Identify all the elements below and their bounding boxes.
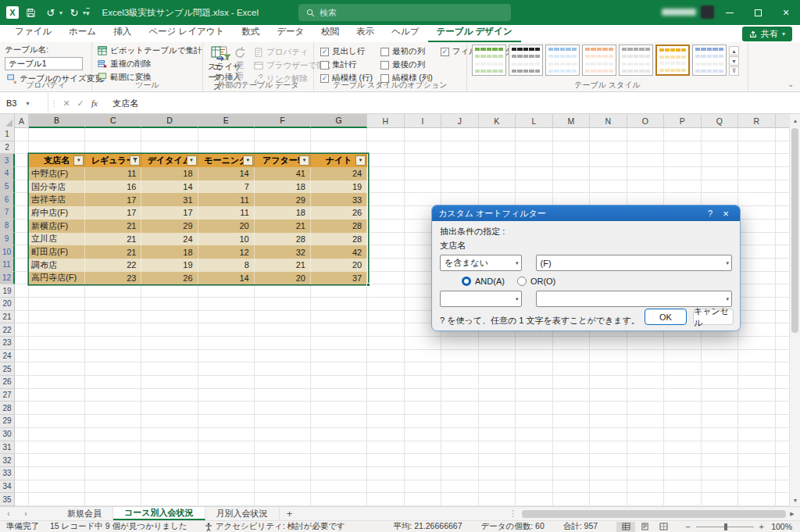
sheet-tab-月別入会状況[interactable]: 月別入会状況: [205, 507, 280, 520]
filter-dropdown-icon[interactable]: ▾: [187, 155, 197, 166]
gallery-more-icon[interactable]: ⊽: [729, 66, 739, 76]
table-style-dark[interactable]: [509, 45, 543, 76]
column-header-R[interactable]: R: [738, 114, 776, 128]
row-header-10[interactable]: 10: [0, 245, 15, 259]
tool-button-0[interactable]: ピボットテーブルで集計: [95, 45, 204, 57]
column-header-Q[interactable]: Q: [702, 114, 739, 128]
option-checkbox-見出し行[interactable]: ✓見出し行: [320, 46, 373, 57]
ribbon-tab-ファイル[interactable]: ファイル: [6, 23, 60, 42]
fill-handle[interactable]: [366, 283, 370, 287]
dialog-help-icon[interactable]: ?: [702, 209, 718, 218]
ribbon-tab-挿入[interactable]: 挿入: [105, 23, 140, 42]
zoom-in-icon[interactable]: +: [759, 522, 764, 531]
scroll-down-icon[interactable]: ▼: [790, 494, 800, 506]
normal-view-icon[interactable]: [616, 522, 635, 532]
page-layout-view-icon[interactable]: [635, 522, 654, 532]
column-header-G[interactable]: G: [311, 114, 367, 128]
table-row-国分寺店[interactable]: 国分寺店161471819: [29, 180, 368, 194]
dialog-close-icon[interactable]: ×: [718, 208, 734, 220]
tab-scroll-splitter[interactable]: ⋮: [508, 507, 519, 520]
column-header-B[interactable]: B: [29, 114, 85, 128]
row-header-23[interactable]: 23: [0, 337, 15, 350]
zoom-slider-thumb[interactable]: [724, 523, 727, 530]
status-average[interactable]: 平均: 21.26666667: [393, 521, 462, 532]
close-icon[interactable]: ×: [772, 0, 800, 25]
confirm-entry-icon[interactable]: ✓: [73, 98, 88, 109]
filter-dropdown-icon[interactable]: ▾: [73, 155, 84, 166]
column-header-F[interactable]: F: [255, 114, 311, 128]
vertical-scrollbar[interactable]: ▲ ▼: [789, 114, 800, 506]
table-style-gray[interactable]: [619, 45, 653, 76]
row-header-32[interactable]: 32: [0, 454, 15, 467]
status-ready[interactable]: 準備完了: [0, 521, 50, 532]
row-header-33[interactable]: 33: [0, 467, 15, 480]
column-header-E[interactable]: E: [198, 114, 255, 128]
minimize-icon[interactable]: [716, 0, 744, 25]
row-header-22[interactable]: 22: [0, 323, 15, 337]
data-table[interactable]: 支店名▾レギュラーデイタイム▾モーニング▾アフター5▾ナイト▾中野店(F)111…: [29, 154, 368, 284]
row-header-35[interactable]: 35: [0, 493, 15, 506]
row-header-7[interactable]: 7: [0, 206, 15, 220]
table-row-府中店(F)[interactable]: 府中店(F)1717111826: [29, 206, 368, 220]
table-style-orange[interactable]: [582, 45, 616, 76]
row-header-21[interactable]: 21: [0, 311, 15, 324]
filter-dropdown-icon[interactable]: ▾: [243, 155, 253, 166]
row-header-24[interactable]: 24: [0, 350, 15, 363]
row-header-34[interactable]: 34: [0, 480, 15, 494]
table-row-高円寺店(F)[interactable]: 高円寺店(F)2326142037: [29, 272, 368, 285]
row-header-1[interactable]: 1: [0, 128, 15, 141]
row-header-19[interactable]: 19: [0, 284, 15, 298]
undo-dropdown-icon[interactable]: ▾: [59, 9, 62, 16]
page-break-view-icon[interactable]: [654, 522, 673, 532]
table-row-町田店(F)[interactable]: 町田店(F)2118123242: [29, 245, 368, 259]
condition1-select[interactable]: を含まない ▾: [440, 255, 522, 271]
cancel-entry-icon[interactable]: ✕: [59, 98, 73, 109]
zoom-out-icon[interactable]: −: [685, 522, 690, 531]
column-header-I[interactable]: I: [405, 114, 442, 128]
search-input[interactable]: 検索: [298, 4, 511, 21]
name-box[interactable]: B3 ▾: [0, 93, 48, 113]
status-count[interactable]: データの個数: 60: [481, 521, 545, 532]
filter-dropdown-icon[interactable]: ▾: [299, 155, 309, 166]
ribbon-tab-ページ レイアウト[interactable]: ページ レイアウト: [140, 23, 233, 42]
filter-applied-icon[interactable]: [130, 155, 140, 166]
horizontal-scrollbar[interactable]: ▶: [520, 510, 797, 517]
ribbon-tab-テーブル デザイン[interactable]: テーブル デザイン: [428, 23, 521, 42]
qat-customize-icon[interactable]: ▾: [86, 8, 90, 17]
name-box-dropdown-icon[interactable]: ▾: [26, 100, 29, 107]
row-header-5[interactable]: 5: [0, 180, 15, 194]
table-style-light-blue[interactable]: [545, 45, 580, 76]
formula-content[interactable]: 支店名: [112, 98, 138, 109]
ribbon-tab-数式[interactable]: 数式: [233, 23, 268, 42]
row-header-26[interactable]: 26: [0, 376, 15, 389]
filter-dropdown-icon[interactable]: ▾: [355, 155, 366, 166]
column-header-J[interactable]: J: [441, 114, 479, 128]
table-row-調布店[interactable]: 調布店221982120: [29, 259, 368, 272]
zoom-slider[interactable]: [696, 527, 754, 527]
ribbon-tab-ヘルプ[interactable]: ヘルプ: [383, 23, 427, 42]
vertical-scroll-thumb[interactable]: [791, 128, 798, 333]
undo-icon[interactable]: ↺: [42, 4, 59, 21]
row-header-9[interactable]: 9: [0, 233, 15, 246]
and-radio[interactable]: AND(A): [462, 277, 505, 286]
cancel-button[interactable]: キャンセル: [693, 309, 734, 325]
sheet-tab-新規会員[interactable]: 新規会員: [56, 507, 113, 520]
sheet-prev-icon[interactable]: ‹: [0, 507, 17, 520]
row-header-30[interactable]: 30: [0, 428, 15, 441]
row-header-25[interactable]: 25: [0, 362, 15, 376]
column-header-D[interactable]: D: [141, 114, 198, 128]
select-all-corner[interactable]: [0, 114, 15, 128]
gallery-up-icon[interactable]: ▲: [729, 46, 739, 55]
table-row-立川店[interactable]: 立川店2124102828: [29, 233, 368, 246]
collapse-ribbon-icon[interactable]: ⌄: [788, 80, 794, 88]
column-header-L[interactable]: L: [516, 114, 553, 128]
maximize-icon[interactable]: [744, 0, 772, 25]
column-header-H[interactable]: H: [367, 114, 405, 128]
value1-combobox[interactable]: (F) ▾: [536, 255, 732, 271]
table-row-吉祥寺店[interactable]: 吉祥寺店1731112933: [29, 193, 368, 206]
option-checkbox-最後の列[interactable]: 最後の列: [380, 59, 433, 70]
zoom-percentage[interactable]: 100%: [770, 522, 800, 531]
row-header-4[interactable]: 4: [0, 167, 15, 180]
row-header-6[interactable]: 6: [0, 193, 15, 206]
gallery-down-icon[interactable]: ▼: [729, 56, 739, 66]
